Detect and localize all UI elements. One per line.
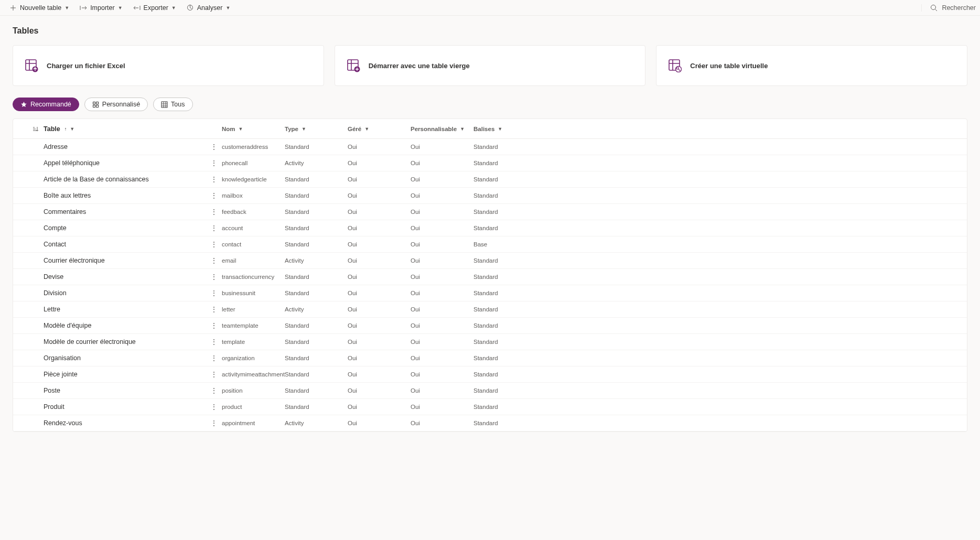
more-vertical-icon: ⋮ — [210, 176, 218, 183]
table-name-link[interactable]: Article de la Base de connaissances — [44, 176, 149, 183]
table-row[interactable]: Courrier électronique⋮emailActivityOuiOu… — [13, 253, 967, 269]
row-more-button[interactable]: ⋮ — [206, 241, 222, 248]
table-row[interactable]: Division⋮businessunitStandardOuiOuiStand… — [13, 285, 967, 301]
table-name-link[interactable]: Division — [44, 289, 67, 297]
cell-perso: Oui — [411, 371, 473, 377]
cell-gere: Oui — [348, 322, 411, 329]
table-name-link[interactable]: Commentaires — [44, 208, 86, 215]
table-name-link[interactable]: Devise — [44, 273, 63, 280]
cell-gere: Oui — [348, 176, 411, 182]
row-more-button[interactable]: ⋮ — [206, 306, 222, 313]
row-more-button[interactable]: ⋮ — [206, 322, 222, 329]
cell-type: Standard — [285, 225, 348, 231]
chevron-down-icon: ▼ — [239, 126, 243, 132]
col-header-type[interactable]: Type ▼ — [285, 126, 348, 132]
table-name-link[interactable]: Produit — [44, 403, 64, 411]
table-row[interactable]: Rendez-vous⋮appointmentActivityOuiOuiSta… — [13, 415, 967, 431]
card-start-blank[interactable]: Démarrer avec une table vierge — [335, 45, 646, 86]
table-row[interactable]: Contact⋮contactStandardOuiOuiBase — [13, 236, 967, 253]
export-icon — [133, 4, 141, 12]
row-more-button[interactable]: ⋮ — [206, 273, 222, 280]
col-header-perso[interactable]: Personnalisable ▼ — [411, 126, 473, 132]
cell-gere: Oui — [348, 355, 411, 361]
pill-all[interactable]: Tous — [153, 98, 192, 111]
more-vertical-icon: ⋮ — [210, 419, 218, 427]
row-more-button[interactable]: ⋮ — [206, 257, 222, 264]
table-name-link[interactable]: Pièce jointe — [44, 371, 78, 378]
import-button[interactable]: Importer ▼ — [74, 2, 127, 14]
table-row[interactable]: Article de la Base de connaissances⋮know… — [13, 171, 967, 188]
chevron-down-icon: ▼ — [225, 5, 230, 10]
table-name-link[interactable]: Adresse — [44, 143, 68, 150]
table-name-link[interactable]: Appel téléphonique — [44, 159, 100, 167]
table-row[interactable]: Poste⋮positionStandardOuiOuiStandard — [13, 383, 967, 399]
card-upload-excel[interactable]: Charger un fichier Excel — [13, 45, 324, 86]
pill-custom[interactable]: Personnalisé — [84, 98, 148, 111]
row-more-button[interactable]: ⋮ — [206, 419, 222, 427]
table-name-link[interactable]: Compte — [44, 224, 67, 232]
cell-type: Activity — [285, 257, 348, 264]
card-create-virtual[interactable]: Créer une table virtuelle — [656, 45, 967, 86]
row-more-button[interactable]: ⋮ — [206, 338, 222, 345]
col-header-table-label: Table — [44, 125, 60, 133]
row-more-button[interactable]: ⋮ — [206, 192, 222, 199]
search-button[interactable]: Rechercher — [930, 4, 976, 12]
table-name-link[interactable]: Modèle d'équipe — [44, 322, 91, 329]
row-more-button[interactable]: ⋮ — [206, 403, 222, 411]
cell-perso: Oui — [411, 144, 473, 150]
table-row[interactable]: Produit⋮productStandardOuiOuiStandard — [13, 399, 967, 415]
col-header-type-label: Type — [285, 126, 298, 132]
row-more-button[interactable]: ⋮ — [206, 224, 222, 232]
table-row[interactable]: Pièce jointe⋮activitymimeattachmentStand… — [13, 366, 967, 383]
table-name-link[interactable]: Contact — [44, 241, 66, 248]
cell-nom: position — [222, 387, 285, 394]
row-more-button[interactable]: ⋮ — [206, 159, 222, 167]
table-row[interactable]: Modèle de courrier électronique⋮template… — [13, 334, 967, 350]
table-name-link[interactable]: Poste — [44, 387, 60, 394]
cell-balises: Standard — [473, 404, 536, 410]
cell-balises: Standard — [473, 371, 536, 377]
table-row[interactable]: Modèle d'équipe⋮teamtemplateStandardOuiO… — [13, 318, 967, 334]
row-more-button[interactable]: ⋮ — [206, 143, 222, 150]
cell-balises: Standard — [473, 192, 536, 199]
table-name-link[interactable]: Lettre — [44, 306, 60, 313]
table-row[interactable]: Organisation⋮organizationStandardOuiOuiS… — [13, 350, 967, 366]
table-name-link[interactable]: Rendez-vous — [44, 419, 82, 427]
table-name-link[interactable]: Courrier électronique — [44, 257, 105, 264]
cell-balises: Standard — [473, 420, 536, 426]
analyze-icon — [187, 4, 194, 12]
row-more-button[interactable]: ⋮ — [206, 371, 222, 378]
table-row[interactable]: Compte⋮accountStandardOuiOuiStandard — [13, 220, 967, 236]
svg-rect-12 — [96, 105, 98, 107]
cell-perso: Oui — [411, 241, 473, 247]
sort-icon[interactable] — [32, 126, 38, 132]
col-header-nom[interactable]: Nom ▼ — [222, 126, 285, 132]
col-header-table[interactable]: Table ↑ ▼ — [44, 125, 206, 133]
row-more-button[interactable]: ⋮ — [206, 387, 222, 394]
col-header-balises[interactable]: Balises ▼ — [473, 126, 536, 132]
cell-gere: Oui — [348, 257, 411, 264]
table-row[interactable]: Commentaires⋮feedbackStandardOuiOuiStand… — [13, 204, 967, 220]
cell-gere: Oui — [348, 339, 411, 345]
row-more-button[interactable]: ⋮ — [206, 208, 222, 215]
table-row[interactable]: Adresse⋮customeraddressStandardOuiOuiSta… — [13, 139, 967, 155]
table-name-link[interactable]: Modèle de courrier électronique — [44, 338, 136, 345]
table-row[interactable]: Devise⋮transactioncurrencyStandardOuiOui… — [13, 269, 967, 285]
analyze-button[interactable]: Analyser ▼ — [181, 2, 236, 14]
pill-recommended[interactable]: Recommandé — [13, 98, 79, 111]
row-more-button[interactable]: ⋮ — [206, 176, 222, 183]
col-header-gere-label: Géré — [348, 126, 361, 132]
table-name-link[interactable]: Boîte aux lettres — [44, 192, 91, 199]
table-row[interactable]: Boîte aux lettres⋮mailboxStandardOuiOuiS… — [13, 188, 967, 204]
table-row[interactable]: Lettre⋮letterActivityOuiOuiStandard — [13, 301, 967, 318]
row-more-button[interactable]: ⋮ — [206, 289, 222, 297]
cell-balises: Standard — [473, 176, 536, 182]
cell-type: Activity — [285, 306, 348, 312]
new-table-button[interactable]: Nouvelle table ▼ — [4, 2, 74, 14]
table-row[interactable]: Appel téléphonique⋮phonecallActivityOuiO… — [13, 155, 967, 171]
export-button[interactable]: Exporter ▼ — [128, 2, 181, 14]
col-header-gere[interactable]: Géré ▼ — [348, 126, 411, 132]
cell-nom: contact — [222, 241, 285, 247]
table-name-link[interactable]: Organisation — [44, 354, 81, 362]
row-more-button[interactable]: ⋮ — [206, 354, 222, 362]
